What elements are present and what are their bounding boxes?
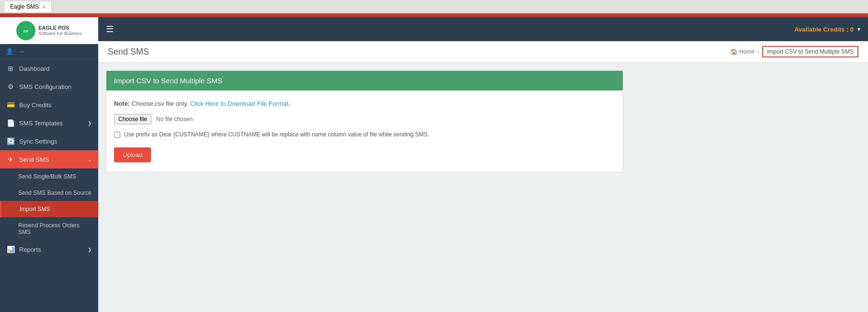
browser-tab[interactable]: Eagle SMS × bbox=[4, 1, 52, 12]
sms-templates-icon: 📄 bbox=[7, 119, 14, 127]
note-prefix: Note: bbox=[114, 100, 130, 107]
sidebar: EP EAGLE POS Software For Business 👤 → ⊞… bbox=[0, 17, 98, 312]
sidebar-item-label: Sync Settings bbox=[19, 138, 57, 145]
top-stripe bbox=[0, 13, 868, 17]
sms-config-icon: ⚙ bbox=[7, 83, 14, 90]
navbar-right: Available Credits : 0 ▾ bbox=[794, 26, 860, 33]
hamburger-button[interactable]: ☰ bbox=[106, 24, 114, 34]
buy-credits-icon: 💳 bbox=[7, 101, 14, 109]
sidebar-item-send-sms[interactable]: ✈ Send SMS ⌄ bbox=[0, 150, 98, 168]
sidebar-item-sync-settings[interactable]: 🔄 Sync Settings bbox=[0, 132, 98, 150]
credits-dropdown-icon[interactable]: ▾ bbox=[857, 26, 860, 33]
import-csv-card: Import CSV to Send Multiple SMS Note: Ch… bbox=[106, 70, 623, 172]
breadcrumb-home[interactable]: 🏠 Home bbox=[731, 48, 754, 55]
file-no-chosen-label: No file chosen bbox=[156, 116, 193, 123]
send-sms-icon: ✈ bbox=[7, 156, 14, 163]
sidebar-item-reports[interactable]: 📊 Reports ❯ bbox=[0, 240, 98, 258]
main-content: ☰ Available Credits : 0 ▾ Send SMS 🏠 Hom… bbox=[98, 17, 868, 312]
page-header: Send SMS 🏠 Home › Import CSV to Send Mul… bbox=[98, 41, 868, 63]
reports-icon: 📊 bbox=[7, 245, 14, 253]
card-body: Note: Choose.csv file only. Click Here t… bbox=[106, 90, 623, 172]
file-input-row: Choose file No file chosen bbox=[114, 114, 615, 124]
browser-bar: Eagle SMS × bbox=[0, 0, 868, 13]
logo-text: EAGLE POS Software For Business bbox=[38, 25, 82, 36]
svg-text:EP: EP bbox=[23, 29, 29, 33]
sidebar-item-label: SMS Templates bbox=[19, 120, 63, 127]
eagle-logo-svg: EP bbox=[19, 24, 33, 37]
sidebar-item-label: Buy Credits bbox=[19, 101, 51, 109]
breadcrumb: 🏠 Home › Import CSV to Send Multiple SMS bbox=[731, 46, 858, 57]
sidebar-item-dashboard[interactable]: ⊞ Dashboard bbox=[0, 59, 98, 78]
dashboard-icon: ⊞ bbox=[7, 65, 14, 72]
sidebar-subitem-import-sms[interactable]: Import SMS bbox=[0, 201, 98, 217]
tab-close-button[interactable]: × bbox=[43, 4, 46, 10]
arrow-icon: → bbox=[18, 48, 24, 55]
top-navbar: ☰ Available Credits : 0 ▾ bbox=[98, 17, 868, 41]
sub-item-label: Import SMS bbox=[20, 206, 50, 212]
choose-file-button[interactable]: Choose file bbox=[114, 114, 151, 124]
sidebar-nav: ⊞ Dashboard ⚙ SMS Configuration 💳 Buy Cr… bbox=[0, 59, 98, 312]
upload-button[interactable]: Upload bbox=[114, 147, 151, 162]
sidebar-item-label: Send SMS bbox=[19, 156, 49, 163]
chevron-down-icon: ⌄ bbox=[88, 157, 91, 162]
sub-item-label: Resend Process Orders SMS bbox=[18, 222, 91, 235]
sidebar-subitem-send-single-bulk[interactable]: Send Single/Bulk SMS bbox=[0, 168, 98, 185]
sidebar-logo: EP EAGLE POS Software For Business bbox=[0, 17, 98, 44]
sidebar-item-label: Dashboard bbox=[19, 65, 50, 72]
note-content: Choose.csv file only. bbox=[132, 100, 190, 107]
app-wrapper: EP EAGLE POS Software For Business 👤 → ⊞… bbox=[0, 17, 868, 312]
content-area: Import CSV to Send Multiple SMS Note: Ch… bbox=[98, 63, 868, 312]
checkbox-label: Use prefix as Dear {CUSTNAME} where CUST… bbox=[124, 131, 429, 138]
card-header-title: Import CSV to Send Multiple SMS bbox=[114, 77, 222, 85]
card-header: Import CSV to Send Multiple SMS bbox=[106, 71, 623, 90]
download-format-link[interactable]: Click Here to Download File Format. bbox=[190, 100, 290, 107]
sidebar-item-sms-config[interactable]: ⚙ SMS Configuration bbox=[0, 78, 98, 96]
sidebar-subitem-send-sms-source[interactable]: Send SMS Based on Source bbox=[0, 185, 98, 201]
sidebar-item-label: Reports bbox=[19, 246, 41, 253]
sidebar-item-label: SMS Configuration bbox=[19, 83, 71, 90]
breadcrumb-current: Import CSV to Send Multiple SMS bbox=[762, 46, 858, 57]
tab-title: Eagle SMS bbox=[10, 3, 39, 10]
user-icon: 👤 bbox=[6, 48, 13, 55]
chevron-right-icon: ❯ bbox=[88, 121, 91, 126]
page-title: Send SMS bbox=[108, 47, 149, 57]
sidebar-item-sms-templates[interactable]: 📄 SMS Templates ❯ bbox=[0, 114, 98, 132]
sub-item-label: Send Single/Bulk SMS bbox=[18, 173, 76, 180]
note-text: Note: Choose.csv file only. Click Here t… bbox=[114, 100, 615, 107]
checkbox-row: Use prefix as Dear {CUSTNAME} where CUST… bbox=[114, 131, 615, 138]
sub-item-label: Send SMS Based on Source bbox=[18, 189, 91, 196]
prefix-checkbox[interactable] bbox=[114, 132, 120, 138]
sync-settings-icon: 🔄 bbox=[7, 137, 14, 145]
home-icon: 🏠 bbox=[731, 48, 738, 55]
chevron-right-icon: ❯ bbox=[88, 247, 91, 252]
available-credits-label: Available Credits : 0 bbox=[794, 26, 854, 33]
sidebar-user-row: 👤 → bbox=[0, 44, 98, 59]
sidebar-item-buy-credits[interactable]: 💳 Buy Credits bbox=[0, 96, 98, 114]
breadcrumb-separator: › bbox=[757, 48, 759, 55]
sidebar-subitem-resend-process[interactable]: Resend Process Orders SMS bbox=[0, 217, 98, 240]
logo-icon: EP bbox=[16, 21, 35, 40]
